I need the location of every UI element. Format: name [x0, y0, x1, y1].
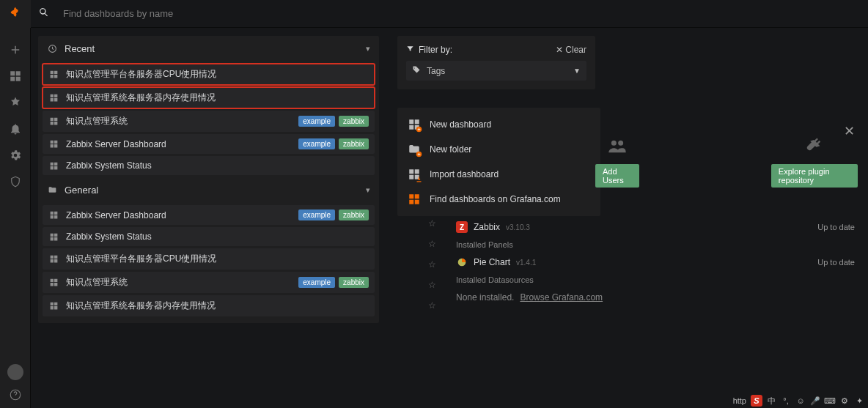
ime-mic-icon[interactable]: 🎤 — [809, 395, 821, 407]
plugin-icon — [802, 136, 827, 157]
tag-zabbix[interactable]: zabbix — [339, 116, 369, 127]
explore-icon[interactable] — [8, 95, 23, 110]
dashboard-item[interactable]: 知识点管理系统examplezabbix — [43, 111, 375, 132]
add-users-button[interactable]: Add Users — [595, 164, 639, 188]
help-icon[interactable] — [8, 387, 23, 402]
import-icon — [408, 168, 421, 181]
star-column: ☆ ☆ ☆ ☆ ☆ — [428, 218, 436, 311]
dashboard-icon — [48, 93, 59, 103]
plugin-row-zabbix[interactable]: Z Zabbix v3.10.3 Up to date — [456, 218, 855, 236]
star-icon[interactable]: ☆ — [428, 218, 436, 229]
piechart-icon — [456, 256, 468, 268]
folder-icon — [47, 185, 57, 196]
section-general[interactable]: General ▾ — [38, 177, 379, 203]
ime-tool-icon[interactable]: ✦ — [853, 395, 865, 407]
tag-example[interactable]: example — [298, 116, 335, 127]
dashboard-item[interactable]: 知识点管理平台各服务器CPU使用情况 — [43, 64, 375, 85]
dashboard-title: 知识点管理平台各服务器CPU使用情况 — [66, 68, 216, 81]
plugin-row-piechart[interactable]: Pie Chart v1.4.1 Up to date — [456, 253, 855, 271]
filter-label: Filter by: — [419, 45, 452, 55]
dashboards-icon[interactable] — [8, 69, 23, 84]
dashboard-icon — [48, 254, 59, 264]
star-icon[interactable]: ☆ — [428, 300, 436, 311]
tag-example[interactable]: example — [298, 209, 335, 220]
ime-keyboard-icon[interactable]: ⌨ — [824, 395, 836, 407]
dashboard-title: 知识点管理系统 — [66, 276, 128, 289]
tag-example[interactable]: example — [298, 138, 335, 149]
dashboard-icon — [48, 301, 59, 311]
tag-example[interactable]: example — [298, 277, 335, 288]
ime-punct-icon[interactable]: °, — [780, 395, 792, 407]
dashboard-title: 知识点管理系统 — [66, 115, 128, 127]
clock-icon — [47, 44, 57, 54]
tag-zabbix[interactable]: zabbix — [339, 277, 369, 288]
topbar — [31, 0, 868, 28]
dashboard-icon — [48, 210, 59, 220]
tag-icon — [412, 65, 421, 76]
dashboard-add-icon — [408, 118, 421, 131]
no-datasources-row: None installed. Browse Grafana.com — [456, 289, 855, 306]
dashboard-item[interactable]: Zabbix System Status — [43, 227, 375, 246]
shield-icon[interactable] — [8, 174, 23, 189]
alerting-icon[interactable] — [8, 122, 23, 136]
dashboard-list-panel: Recent ▾ 知识点管理平台各服务器CPU使用情况知识点管理系统各服务器内存… — [38, 36, 379, 323]
chevron-down-icon: ▼ — [573, 67, 581, 75]
dashboard-title: 知识点管理系统各服务器内存使用情况 — [66, 92, 216, 104]
tag-zabbix[interactable]: zabbix — [339, 209, 369, 220]
plugin-list: Z Zabbix v3.10.3 Up to date Installed Pa… — [456, 218, 855, 309]
dashboard-title: Zabbix Server Dashboard — [66, 210, 166, 220]
dashboard-title: 知识点管理平台各服务器CPU使用情况 — [66, 253, 216, 265]
ime-emoji-icon[interactable]: ☺ — [795, 395, 806, 407]
tags-select[interactable]: Tags ▼ — [406, 61, 586, 81]
create-menu: New dashboard New folder Import dashboar… — [397, 108, 600, 216]
users-icon — [605, 136, 630, 157]
new-dashboard[interactable]: New dashboard — [397, 112, 600, 137]
close-icon[interactable]: ✕ — [844, 123, 855, 139]
ime-lang-icon[interactable]: 中 — [765, 395, 777, 407]
dashboard-icon — [48, 70, 59, 80]
section-recent-label: Recent — [65, 43, 95, 54]
new-folder[interactable]: New folder — [397, 137, 600, 162]
tag-zabbix[interactable]: zabbix — [339, 138, 369, 149]
star-icon[interactable]: ☆ — [428, 259, 436, 270]
dashboard-icon — [48, 160, 59, 171]
dashboard-icon — [48, 278, 59, 288]
installed-panels-header: Installed Panels — [456, 240, 855, 249]
dashboard-item[interactable]: 知识点管理系统各服务器内存使用情况 — [43, 87, 375, 108]
configuration-icon[interactable] — [8, 148, 23, 163]
dashboard-item[interactable]: 知识点管理平台各服务器CPU使用情况 — [43, 248, 375, 270]
dashboard-item[interactable]: Zabbix Server Dashboardexamplezabbix — [43, 205, 375, 225]
browse-grafana-link[interactable]: Browse Grafana.com — [520, 292, 603, 303]
explore-plugins-button[interactable]: Explore plugin repository — [771, 164, 858, 188]
dashboard-item[interactable]: 知识点管理系统各服务器内存使用情况 — [43, 295, 375, 316]
filter-panel: Filter by: ✕ Clear Tags ▼ — [397, 36, 595, 89]
dashboard-icon — [48, 231, 59, 242]
dashboard-title: 知识点管理系统各服务器内存使用情况 — [66, 300, 216, 312]
taskbar: http S 中 °, ☺ 🎤 ⌨ ⚙ ✦ — [733, 393, 865, 408]
dashboard-title: Zabbix System Status — [66, 160, 152, 171]
dashboard-item[interactable]: Zabbix Server Dashboardexamplezabbix — [43, 134, 375, 154]
avatar[interactable] — [7, 364, 23, 380]
dashboard-item[interactable]: Zabbix System Status — [43, 156, 375, 175]
ime-settings-icon[interactable]: ⚙ — [839, 395, 850, 407]
clear-filter[interactable]: ✕ Clear — [556, 45, 586, 55]
import-dashboard[interactable]: Import dashboard — [397, 162, 600, 187]
dashboard-icon — [48, 139, 59, 149]
search-input[interactable] — [63, 8, 356, 19]
dashboard-item[interactable]: 知识点管理系统examplezabbix — [43, 272, 375, 293]
section-general-label: General — [65, 185, 98, 196]
chevron-down-icon: ▾ — [366, 44, 370, 53]
section-recent[interactable]: Recent ▾ — [38, 36, 379, 62]
ime-sogou-icon[interactable]: S — [751, 395, 762, 407]
dashboard-icon — [48, 116, 59, 127]
plus-icon[interactable] — [8, 42, 23, 57]
status-url: http — [733, 396, 746, 405]
chevron-down-icon: ▾ — [366, 185, 370, 195]
star-icon[interactable]: ☆ — [428, 239, 436, 249]
star-icon[interactable]: ☆ — [428, 280, 436, 290]
search-icon — [38, 7, 50, 21]
dashboard-title: Zabbix System Status — [66, 231, 152, 242]
find-dashboards-grafana[interactable]: Find dashboards on Grafana.com — [397, 187, 600, 212]
grafana-logo[interactable] — [0, 0, 31, 28]
filter-icon — [406, 45, 414, 55]
